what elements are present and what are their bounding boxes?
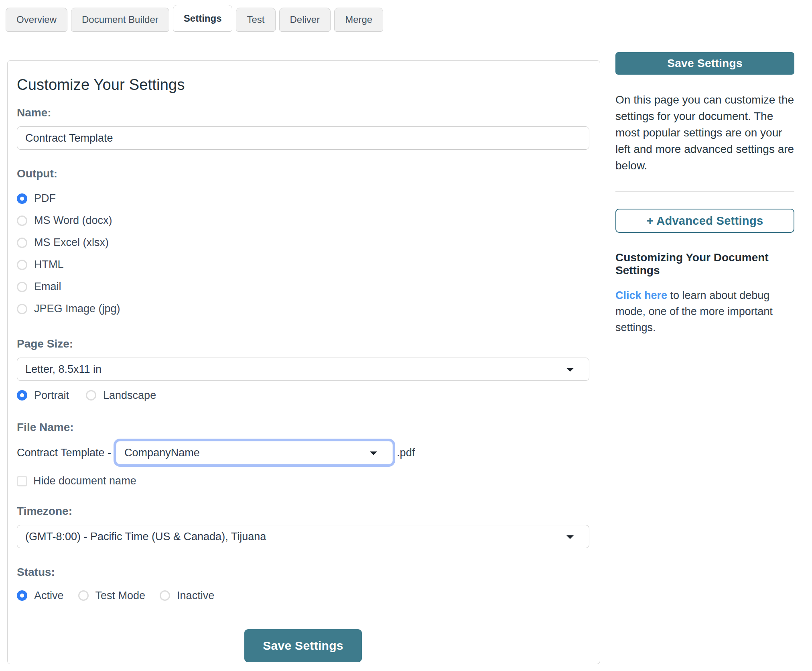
status-active[interactable]: Active [17, 588, 64, 604]
radio-icon [86, 390, 96, 401]
file-name-row: Contract Template - CompanyName .pdf [17, 441, 589, 464]
output-option-jpeg[interactable]: JPEG Image (jpg) [17, 298, 120, 320]
page-size-select[interactable]: Letter, 8.5x11 in [17, 358, 589, 381]
page-size-value: Letter, 8.5x11 in [25, 363, 102, 376]
sidebar-help-text: Click here to learn about debug mode, on… [615, 287, 794, 336]
output-option-msexcel[interactable]: MS Excel (xlsx) [17, 232, 109, 254]
output-option-label: HTML [34, 258, 64, 271]
output-option-label: JPEG Image (jpg) [34, 303, 120, 315]
radio-icon [17, 216, 27, 226]
output-option-label: PDF [34, 192, 56, 205]
timezone-value: (GMT-8:00) - Pacific Time (US & Canada),… [25, 531, 266, 543]
page-title: Customize Your Settings [17, 75, 589, 94]
tab-merge[interactable]: Merge [334, 8, 383, 32]
orientation-label: Portrait [34, 389, 69, 402]
sidebar: Save Settings On this page you can custo… [615, 52, 794, 336]
hide-document-name-label: Hide document name [33, 475, 136, 487]
output-option-pdf[interactable]: PDF [17, 187, 56, 209]
file-name-label: File Name: [17, 421, 589, 434]
output-option-label: MS Excel (xlsx) [34, 236, 109, 249]
file-name-field-value: CompanyName [124, 447, 200, 459]
status-label-text: Active [34, 590, 64, 602]
page-size-label: Page Size: [17, 338, 589, 350]
orientation-options: Portrait Landscape [17, 387, 589, 403]
name-label: Name: [17, 106, 589, 119]
checkbox-icon [17, 476, 27, 486]
sidebar-intro-text: On this page you can customize the setti… [615, 92, 794, 174]
radio-icon [17, 590, 27, 601]
tab-overview[interactable]: Overview [6, 8, 67, 32]
orientation-landscape[interactable]: Landscape [86, 387, 156, 403]
radio-icon [160, 590, 170, 601]
output-option-msword[interactable]: MS Word (docx) [17, 209, 112, 232]
sidebar-heading: Customizing Your Document Settings [615, 251, 794, 277]
radio-icon [17, 238, 27, 248]
status-test-mode[interactable]: Test Mode [78, 588, 146, 604]
radio-icon [17, 260, 27, 270]
save-settings-button[interactable]: Save Settings [244, 629, 362, 662]
tab-deliver[interactable]: Deliver [279, 8, 331, 32]
output-option-label: MS Word (docx) [34, 214, 112, 227]
timezone-select[interactable]: (GMT-8:00) - Pacific Time (US & Canada),… [17, 525, 589, 548]
output-options: PDF MS Word (docx) MS Excel (xlsx) HTML … [17, 187, 589, 320]
tab-test[interactable]: Test [236, 8, 275, 32]
output-option-html[interactable]: HTML [17, 254, 64, 276]
status-label-text: Inactive [177, 590, 214, 602]
radio-icon [17, 304, 27, 314]
radio-icon [17, 390, 27, 401]
timezone-label: Timezone: [17, 505, 589, 518]
name-input[interactable] [17, 126, 589, 150]
status-options: Active Test Mode Inactive [17, 588, 589, 604]
radio-icon [17, 282, 27, 292]
orientation-label: Landscape [103, 389, 156, 402]
sidebar-divider [615, 191, 794, 192]
file-name-prefix: Contract Template - [17, 447, 111, 459]
tab-settings[interactable]: Settings [173, 5, 233, 32]
output-label: Output: [17, 167, 589, 180]
radio-icon [78, 590, 89, 601]
status-label-text: Test Mode [95, 590, 146, 602]
output-option-label: Email [34, 281, 61, 293]
orientation-portrait[interactable]: Portrait [17, 387, 69, 403]
tab-bar: Overview Document Builder Settings Test … [6, 5, 383, 32]
click-here-link[interactable]: Click here [615, 289, 667, 301]
output-option-email[interactable]: Email [17, 276, 61, 298]
advanced-settings-button[interactable]: + Advanced Settings [615, 209, 794, 233]
sidebar-save-settings-button[interactable]: Save Settings [615, 52, 794, 75]
radio-icon [17, 193, 27, 204]
status-inactive[interactable]: Inactive [160, 588, 214, 604]
hide-document-name-checkbox[interactable]: Hide document name [17, 475, 136, 487]
settings-panel: Customize Your Settings Name: Output: PD… [7, 60, 600, 664]
file-name-field-select[interactable]: CompanyName [116, 441, 393, 464]
tab-document-builder[interactable]: Document Builder [71, 8, 169, 32]
file-name-suffix: .pdf [397, 447, 415, 459]
status-label: Status: [17, 566, 589, 579]
